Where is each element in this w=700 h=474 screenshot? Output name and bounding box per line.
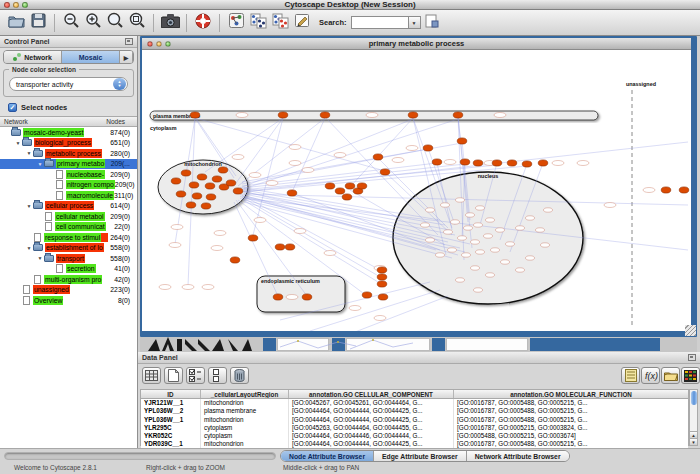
gene-label-node[interactable] [302,168,314,173]
matrix-button[interactable] [681,367,700,384]
nucleus-gene-node[interactable] [441,203,450,207]
nucleus-gene-node[interactable] [491,248,500,252]
gene-label-node[interactable] [324,251,336,256]
tree-row[interactable]: multi-organism pro42(0) [0,274,137,285]
table-cell[interactable]: [GO:0045267, GO:0045261, GO:0044464, G..… [289,399,454,407]
nucleus-gene-node[interactable] [444,230,453,234]
resize-grip[interactable] [685,325,696,336]
tree-row[interactable]: Overview8(0) [0,295,137,306]
save-session-button[interactable] [27,12,49,34]
tab-node-attribute-browser[interactable]: Node Attribute Browser [281,451,374,461]
tab-mosaic[interactable]: Mosaic [62,51,120,63]
table-cell[interactable]: YPL036W__1 [141,416,201,424]
table-column-header[interactable]: annotation.GO CELLULAR_COMPONENT [289,390,454,398]
tree-row[interactable]: response to stimul264(0) [0,232,137,243]
tab-network-attribute-browser[interactable]: Network Attribute Browser [467,451,569,461]
table-cell[interactable]: mitochondrion [201,399,289,407]
gene-label-node[interactable] [374,316,386,321]
selected-gene-node[interactable] [377,274,387,280]
float-data-panel-icon[interactable] [688,354,696,361]
selected-gene-node[interactable] [325,183,335,189]
float-panel-icon[interactable] [125,38,133,45]
disclosure-triangle-icon[interactable]: ▼ [36,161,44,167]
disclosure-triangle-icon[interactable]: ▼ [14,140,22,146]
table-cell[interactable]: [GO:0016787, GO:0005488, GO:0005215, G..… [454,407,688,415]
gene-label-node[interactable] [214,231,226,236]
gene-label-node[interactable] [159,285,171,290]
nucleus-gene-node[interactable] [451,220,460,224]
table-row[interactable]: YKR052Ccytoplasm[GO:0044464, GO:0044446,… [141,432,688,440]
tree-row[interactable]: ▼biological_process651(0) [0,138,137,149]
selected-gene-node[interactable] [453,112,463,118]
select-nodes-checkbox[interactable]: ✓ Select nodes [8,102,67,113]
disclosure-triangle-icon[interactable]: ▼ [25,203,33,209]
nucleus-gene-node[interactable] [448,248,457,252]
selected-gene-node[interactable] [362,292,372,298]
selected-gene-node[interactable] [408,112,418,118]
table-cell[interactable]: [GO:0045263, GO:0044464, GO:0044455, G..… [289,424,454,432]
unselect-attributes-button[interactable] [208,367,227,384]
table-column-header[interactable]: ID [141,390,201,398]
gene-label-node[interactable] [289,161,301,166]
gene-label-node[interactable] [182,285,194,290]
table-cell[interactable]: [GO:0044464, GO:0044444, GO:0044425, G..… [289,416,454,424]
network-snapshot-button[interactable] [159,12,181,34]
selected-gene-node[interactable] [189,182,199,188]
nucleus-gene-node[interactable] [516,226,525,230]
selected-gene-node[interactable] [320,112,330,118]
selected-gene-node[interactable] [248,235,258,241]
gene-label-node[interactable] [254,218,266,223]
tree-row[interactable]: ▼establishment of lo558(0) [0,243,137,254]
gene-label-node[interactable] [577,161,589,166]
search-dropdown-arrow[interactable]: ▼ [409,16,421,29]
selected-gene-node[interactable] [285,244,295,250]
disclosure-triangle-icon[interactable]: ▼ [36,255,44,261]
gene-label-node[interactable] [349,306,361,311]
zoom-in-button[interactable] [82,12,104,34]
network-canvas[interactable]: plasma membranecytoplasmmitochondrionnuc… [142,50,691,331]
selected-gene-node[interactable] [661,187,671,193]
gene-label-node[interactable] [494,113,506,118]
disclosure-triangle-icon[interactable]: ▼ [25,245,33,251]
selected-gene-node[interactable] [302,294,312,300]
nucleus-gene-node[interactable] [486,273,495,277]
selected-gene-node[interactable] [287,190,297,196]
gene-label-node[interactable] [444,160,456,165]
import-attributes-button[interactable] [661,367,680,384]
nucleus-gene-node[interactable] [456,278,465,282]
tab-overflow-arrow[interactable]: ▶ [120,51,133,63]
nucleus-gene-node[interactable] [466,213,475,217]
table-cell[interactable]: [GO:0016787, GO:0005488, GO:0005215, G..… [454,399,688,407]
table-vertical-scrollbar[interactable]: ▲ ▼ [689,389,698,446]
nucleus-gene-node[interactable] [506,242,515,246]
tree-row[interactable]: ▼metabolic process280(0) [0,148,137,159]
selected-gene-node[interactable] [273,294,283,300]
nucleus-gene-node[interactable] [476,206,485,210]
table-cell[interactable]: [GO:0044464, GO:0044444, GO:0044425, G..… [289,407,454,415]
selected-gene-node[interactable] [377,267,387,273]
nucleus-gene-node[interactable] [476,250,485,254]
gene-label-node[interactable] [169,243,181,248]
table-cell[interactable]: YKR052C [141,432,201,440]
selected-gene-node[interactable] [342,194,352,200]
table-cell[interactable]: mitochondrion [201,416,289,424]
open-session-button[interactable] [5,12,27,34]
table-row[interactable]: YPL036W__1mitochondrion[GO:0044464, GO:0… [141,416,688,424]
nucleus-gene-node[interactable] [471,240,480,244]
nucleus-gene-node[interactable] [456,198,465,202]
table-cell[interactable]: plasma membrane [201,407,289,415]
selected-gene-node[interactable] [226,180,236,186]
selected-gene-node[interactable] [201,203,211,209]
tab-network[interactable]: Network [4,51,62,63]
selected-gene-node[interactable] [377,281,387,287]
nucleus-gene-node[interactable] [496,228,505,232]
gene-label-node[interactable] [232,155,244,160]
table-cell[interactable]: cytoplasm [201,432,289,440]
selected-gene-node[interactable] [373,154,383,160]
gene-label-node[interactable] [202,285,214,290]
nucleus-gene-node[interactable] [516,268,525,272]
nucleus-gene-node[interactable] [541,243,550,247]
table-cell[interactable]: [GO:0016787, GO:0005215, GO:0003824, G..… [454,424,688,432]
gene-label-node[interactable] [392,158,404,163]
nucleus-gene-node[interactable] [474,288,483,292]
